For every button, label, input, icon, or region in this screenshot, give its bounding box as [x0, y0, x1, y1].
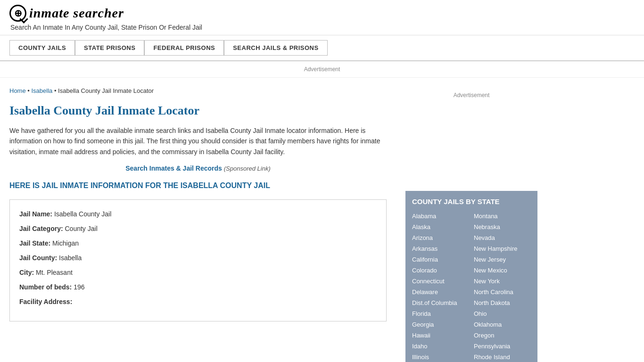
- state-link-alabama[interactable]: Alabama: [412, 211, 469, 221]
- state-link-montana[interactable]: Montana: [474, 211, 531, 221]
- state-link-arizona[interactable]: Arizona: [412, 233, 469, 243]
- state-link-hawaii[interactable]: Hawaii: [412, 330, 469, 340]
- breadcrumb-home[interactable]: Home: [9, 87, 26, 94]
- top-ad-bar: Advertisement: [0, 61, 644, 78]
- sidebar-ad-label: Advertisement: [454, 92, 490, 99]
- beds-val: 196: [74, 283, 84, 291]
- top-ad-label: Advertisement: [304, 66, 340, 73]
- logo-text: inmate searcher: [29, 6, 124, 21]
- nav-federal-prisons[interactable]: FEDERAL PRISONS: [144, 40, 224, 56]
- address-label: Facility Address:: [19, 298, 72, 305]
- state-link-alaska[interactable]: Alaska: [412, 222, 469, 232]
- info-row-address: Facility Address:: [19, 297, 377, 307]
- state-link-illinois[interactable]: Illinois: [412, 352, 469, 362]
- state-link-idaho[interactable]: Idaho: [412, 341, 469, 351]
- state-link-dist.of-columbia[interactable]: Dist.of Columbia: [412, 298, 469, 308]
- state-link-nevada[interactable]: Nevada: [474, 233, 531, 243]
- logo-icon: ⊕: [9, 5, 26, 22]
- info-row-state: Jail State: Michigan: [19, 239, 377, 248]
- jail-county-label: Jail County:: [19, 254, 57, 262]
- jail-name-val: Isabella County Jail: [54, 210, 111, 218]
- state-link-oregon[interactable]: Oregon: [474, 330, 531, 340]
- description: We have gathered for you all the availab…: [9, 125, 387, 157]
- breadcrumb-sep1: •: [27, 87, 30, 94]
- jail-state-label: Jail State:: [19, 239, 50, 247]
- sidebar-ad: Advertisement: [405, 87, 537, 181]
- city-label: City:: [19, 269, 34, 276]
- sidebar: Advertisement COUNTY JAILS BY STATE Alab…: [396, 78, 537, 362]
- jail-state-val: Michigan: [52, 239, 79, 247]
- breadcrumb-sep2: •: [54, 87, 58, 94]
- state-link-california[interactable]: California: [412, 255, 469, 264]
- state-link-new-hampshire[interactable]: New Hampshire: [474, 244, 531, 254]
- info-row-beds: Number of beds: 196: [19, 282, 377, 292]
- state-link-oklahoma[interactable]: Oklahoma: [474, 320, 531, 329]
- sponsored-label: (Sponsored Link): [224, 165, 271, 172]
- jail-county-val: Isabella: [59, 254, 82, 262]
- states-grid: AlabamaMontanaAlaskaNebraskaArizonaNevad…: [412, 211, 531, 362]
- state-link-arkansas[interactable]: Arkansas: [412, 244, 469, 254]
- main-layout: Home • Isabella • Isabella County Jail I…: [0, 78, 566, 362]
- logo-area: ⊕ inmate searcher: [9, 5, 635, 22]
- tagline: Search An Inmate In Any County Jail, Sta…: [10, 24, 635, 31]
- state-link-ohio[interactable]: Ohio: [474, 309, 531, 319]
- nav-county-jails[interactable]: COUNTY JAILS: [9, 40, 75, 56]
- jail-info-header: HERE IS JAIL INMATE INFORMATION FOR THE …: [9, 181, 387, 190]
- main-nav: COUNTY JAILS STATE PRISONS FEDERAL PRISO…: [0, 35, 644, 61]
- state-link-new-york[interactable]: New York: [474, 276, 531, 286]
- nav-search-jails[interactable]: SEARCH JAILS & PRISONS: [224, 40, 327, 56]
- state-link-colorado[interactable]: Colorado: [412, 265, 469, 275]
- info-row-city: City: Mt. Pleasant: [19, 268, 377, 278]
- info-card: Jail Name: Isabella County Jail Jail Cat…: [9, 199, 387, 321]
- jail-cat-val: County Jail: [65, 225, 97, 232]
- state-link-new-mexico[interactable]: New Mexico: [474, 265, 531, 275]
- state-link-north-dakota[interactable]: North Dakota: [474, 298, 531, 308]
- county-jails-title: COUNTY JAILS BY STATE: [412, 197, 531, 206]
- beds-label: Number of beds:: [19, 283, 72, 291]
- jail-category-label: Jail Category:: [19, 225, 63, 232]
- info-row-name: Jail Name: Isabella County Jail: [19, 209, 377, 219]
- state-link-connecticut[interactable]: Connecticut: [412, 276, 469, 286]
- state-link-nebraska[interactable]: Nebraska: [474, 222, 531, 232]
- content-area: Home • Isabella • Isabella County Jail I…: [9, 78, 396, 362]
- jail-name-label: Jail Name:: [19, 210, 52, 218]
- city-val: Mt. Pleasant: [36, 269, 73, 276]
- state-link-delaware[interactable]: Delaware: [412, 287, 469, 297]
- breadcrumb-current: Isabella County Jail Inmate Locator: [58, 87, 154, 94]
- sponsored-link-area: Search Inmates & Jail Records (Sponsored…: [9, 165, 387, 172]
- info-row-category: Jail Category: County Jail: [19, 224, 377, 234]
- state-link-new-jersey[interactable]: New Jersey: [474, 255, 531, 264]
- state-link-florida[interactable]: Florida: [412, 309, 469, 319]
- state-link-pennsylvania[interactable]: Pennsylvania: [474, 341, 531, 351]
- state-link-north-carolina[interactable]: North Carolina: [474, 287, 531, 297]
- page-title: Isabella County Jail Inmate Locator: [9, 104, 387, 118]
- info-row-county: Jail County: Isabella: [19, 253, 377, 263]
- header: ⊕ inmate searcher Search An Inmate In An…: [0, 0, 644, 35]
- state-link-georgia[interactable]: Georgia: [412, 320, 469, 329]
- breadcrumb: Home • Isabella • Isabella County Jail I…: [9, 87, 387, 94]
- breadcrumb-isabella[interactable]: Isabella: [32, 87, 53, 94]
- sponsored-link[interactable]: Search Inmates & Jail Records: [125, 165, 222, 172]
- county-jails-box: COUNTY JAILS BY STATE AlabamaMontanaAlas…: [405, 191, 537, 362]
- state-link-rhode-island[interactable]: Rhode Island: [474, 352, 531, 362]
- nav-state-prisons[interactable]: STATE PRISONS: [75, 40, 144, 56]
